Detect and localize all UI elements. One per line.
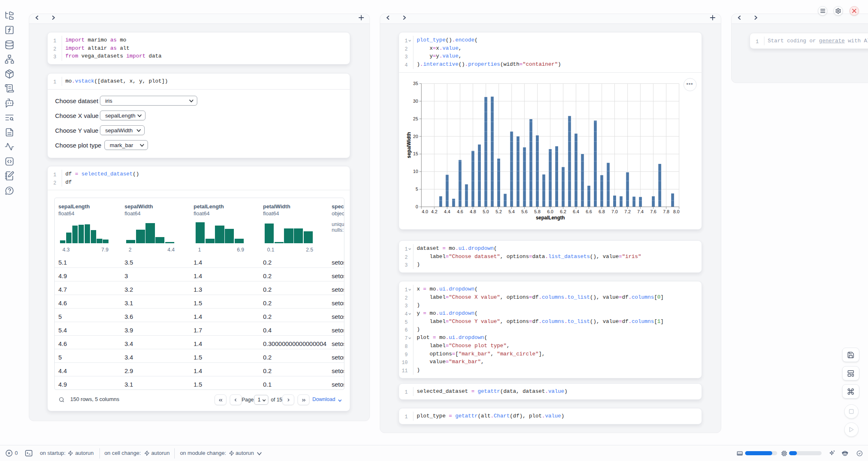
svg-text:30: 30 [413, 99, 418, 104]
svg-text:6.0: 6.0 [547, 209, 553, 214]
svg-text:20: 20 [413, 134, 418, 139]
svg-text:7.6: 7.6 [650, 209, 656, 214]
svg-text:7.0: 7.0 [612, 209, 618, 214]
svg-text:35: 35 [413, 81, 418, 86]
svg-text:7.2: 7.2 [624, 209, 630, 214]
svg-text:8.0: 8.0 [673, 209, 679, 214]
svg-text:5.4: 5.4 [508, 209, 515, 214]
svg-text:10: 10 [413, 169, 418, 174]
svg-text:5.8: 5.8 [534, 209, 540, 214]
svg-text:4.4: 4.4 [444, 209, 450, 214]
svg-text:6.8: 6.8 [599, 209, 605, 214]
svg-text:15: 15 [413, 151, 418, 156]
svg-text:6.4: 6.4 [573, 209, 579, 214]
svg-text:6.2: 6.2 [560, 209, 566, 214]
svg-text:5: 5 [416, 187, 418, 191]
svg-text:5.0: 5.0 [482, 209, 489, 214]
svg-text:4.2: 4.2 [431, 209, 437, 214]
svg-text:7.8: 7.8 [663, 209, 669, 214]
svg-text:25: 25 [413, 116, 418, 121]
svg-text:5.2: 5.2 [496, 209, 502, 214]
svg-text:0: 0 [416, 204, 418, 209]
svg-text:4.6: 4.6 [457, 209, 463, 214]
svg-text:5.6: 5.6 [521, 209, 527, 214]
svg-text:6.6: 6.6 [586, 209, 592, 214]
svg-text:7.4: 7.4 [637, 209, 644, 214]
svg-text:4.0: 4.0 [422, 209, 428, 214]
svg-text:sepalWidth: sepalWidth [406, 132, 412, 158]
svg-text:4.8: 4.8 [470, 209, 476, 214]
svg-text:sepalLength: sepalLength [536, 215, 565, 221]
